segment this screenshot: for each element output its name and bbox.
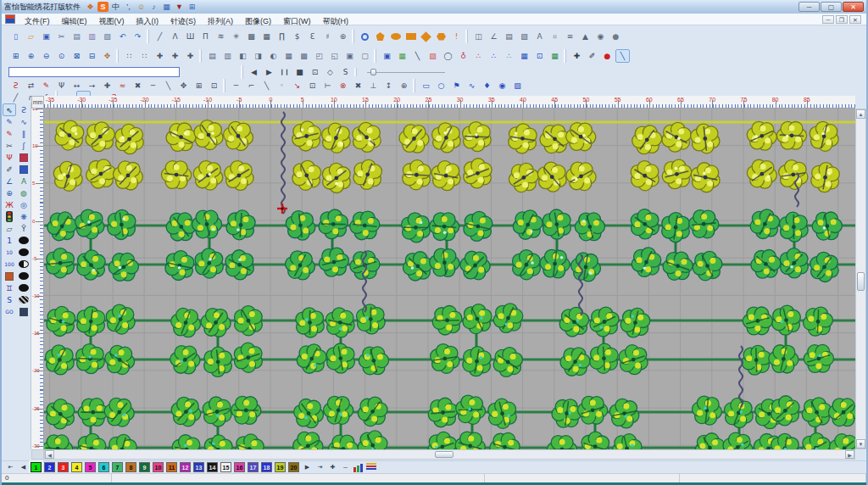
zigzag-stitch-button[interactable]: Λ	[168, 30, 182, 43]
applique-button[interactable]: ▧	[517, 30, 531, 43]
mirror-h-button[interactable]: ◧	[236, 49, 250, 63]
paste-button[interactable]: ▥	[85, 30, 99, 43]
menu-7[interactable]: 窗口(W)	[277, 17, 317, 25]
skin-icon[interactable]: ▼	[174, 2, 185, 12]
circle-tool-button[interactable]	[358, 30, 372, 43]
menu-2[interactable]: 视图(V)	[93, 17, 131, 25]
zoom-window-button[interactable]: ⊞	[8, 49, 23, 63]
maximize-button[interactable]: ▢	[821, 2, 842, 12]
applique-a-tool-button[interactable]: A	[17, 175, 31, 187]
color-swatch-4[interactable]: 4	[71, 462, 82, 472]
dash-line-tool-button[interactable]: ∥	[17, 127, 31, 140]
add-color-button[interactable]: ✚	[327, 462, 338, 472]
color-swatch-20[interactable]: 20	[288, 462, 299, 472]
eraser-tool-button[interactable]: ▱	[3, 222, 16, 235]
cross-stitch-button[interactable]: ♯	[320, 30, 335, 43]
s-curve-tool-button[interactable]: ʃ	[17, 139, 31, 152]
brush-tool-button[interactable]: ✐	[3, 163, 16, 176]
satin-half-button[interactable]	[17, 258, 31, 270]
cut-button[interactable]: ✂	[54, 30, 69, 43]
satin-column-button[interactable]: Ш	[183, 30, 198, 43]
slant-tool-button[interactable]: ╲	[161, 79, 175, 92]
zoom-out-button[interactable]: ⊖	[39, 49, 53, 63]
node-mark-button[interactable]: ♁	[456, 49, 470, 63]
save-file-button[interactable]: ▣	[39, 30, 53, 43]
node-edit-tool-button[interactable]: ✎	[3, 115, 16, 128]
machine-lights-button[interactable]	[3, 210, 16, 223]
lock-button[interactable]: ▣	[342, 49, 357, 63]
next-color-button[interactable]: ▶	[302, 462, 313, 472]
zoom-100-button[interactable]: ⊙	[54, 49, 69, 63]
mirror-v-button[interactable]: ◨	[251, 49, 265, 63]
wave-fill-button[interactable]: ≋	[214, 30, 228, 43]
menu-0[interactable]: 文件(F)	[19, 17, 56, 25]
color-swatch-17[interactable]: 17	[248, 462, 259, 472]
minimize-button[interactable]: ─	[798, 2, 820, 12]
slow-mode-button[interactable]: S	[338, 65, 353, 79]
arrange-right-button[interactable]: ▥	[220, 49, 235, 63]
frame-view-button[interactable]: ⊡	[308, 65, 322, 79]
menu-3[interactable]: 插入(I)	[131, 17, 165, 25]
sym-tool-button[interactable]: ⊕	[397, 79, 411, 92]
focus-button[interactable]: ◉	[593, 30, 608, 43]
color-swatch-12[interactable]: 12	[180, 462, 191, 472]
bend-tool-button[interactable]: ↘	[290, 79, 304, 92]
color-swatch-9[interactable]: 9	[139, 462, 150, 472]
layers-button[interactable]: ≡	[563, 30, 577, 43]
select-tool-button[interactable]: ⇖	[3, 103, 16, 116]
microphone-icon[interactable]: ♪	[148, 2, 159, 12]
child-restore-button[interactable]: ❐	[836, 15, 848, 24]
first-color-button[interactable]: ⇤	[5, 462, 16, 472]
menu-4[interactable]: 针迹(S)	[164, 17, 202, 25]
satin-fill-3-button[interactable]	[17, 270, 31, 282]
prev-color-button[interactable]: ◀	[18, 462, 29, 472]
hatch-fill-button[interactable]: ▨	[426, 49, 440, 63]
anchor-tool-button[interactable]: ⊢	[320, 79, 335, 92]
s-mode-tool-button[interactable]: S	[3, 293, 16, 306]
marker-button[interactable]: ◇	[323, 65, 337, 79]
color-swatch-18[interactable]: 18	[261, 462, 272, 472]
angle-tool-button[interactable]: ∠	[3, 175, 16, 187]
color-swatch-3[interactable]: 3	[58, 462, 69, 472]
design-canvas[interactable]	[44, 109, 855, 449]
color-swatch-15[interactable]: 15	[220, 462, 231, 472]
density-button[interactable]: ⌗	[548, 30, 562, 43]
monitor-tool-button[interactable]	[17, 305, 31, 318]
unlock-button[interactable]: ▢	[358, 49, 372, 63]
curve-pen-tool-button[interactable]: ✎	[3, 127, 16, 140]
point-tool-button[interactable]: ◦	[275, 79, 289, 92]
blue-bag-tool-button[interactable]	[17, 163, 31, 176]
run-1-tool-button[interactable]: 1	[3, 234, 16, 247]
color-swatch-6[interactable]: 6	[98, 462, 109, 472]
record-button[interactable]: ●	[600, 49, 615, 63]
zoom-prev-button[interactable]: ⊟	[85, 49, 99, 63]
red-bag-tool-button[interactable]	[17, 151, 31, 164]
satin-fill-2-button[interactable]	[17, 246, 31, 259]
monogram-button[interactable]: ▲	[578, 30, 593, 43]
export-button[interactable]: ▧	[100, 30, 114, 43]
scroll-up-button[interactable]: ▲	[856, 109, 865, 119]
rotate-button[interactable]: ◐	[266, 49, 281, 63]
knife-tool-button[interactable]: ✂	[3, 139, 16, 152]
vertical-scrollbar[interactable]: ▲▼	[855, 109, 866, 449]
chinese-mode-icon[interactable]: 中	[110, 2, 121, 12]
menu-6[interactable]: 图像(G)	[239, 17, 277, 25]
toolbox-icon[interactable]: ⊞	[186, 2, 198, 12]
divide-button[interactable]: ∠	[487, 30, 501, 43]
polyline-tool-button[interactable]: Ƨ	[17, 103, 31, 116]
group-button[interactable]: ▦	[281, 49, 296, 63]
base-tool-button[interactable]: ⊥	[366, 79, 381, 92]
lettering-button[interactable]: A	[532, 30, 547, 43]
gauge-tool-button[interactable]	[3, 270, 16, 282]
pentagon-tool-button[interactable]	[373, 30, 387, 43]
sogou-logo-icon[interactable]: S	[97, 2, 108, 12]
droplet-draw-button[interactable]: ♦	[480, 79, 494, 92]
add-point-button[interactable]: ✚	[570, 49, 584, 63]
branch-tool-button[interactable]: Ψ	[3, 151, 16, 164]
run-100-tool-button[interactable]: 100	[3, 258, 16, 270]
palette-editor-button[interactable]	[365, 462, 376, 472]
tatami-fill-button[interactable]: ▩	[244, 30, 259, 43]
sphere-tool-button[interactable]: ◍	[17, 187, 31, 199]
v-scroll-thumb[interactable]	[857, 272, 865, 291]
arrange-left-button[interactable]: ▤	[205, 49, 220, 63]
